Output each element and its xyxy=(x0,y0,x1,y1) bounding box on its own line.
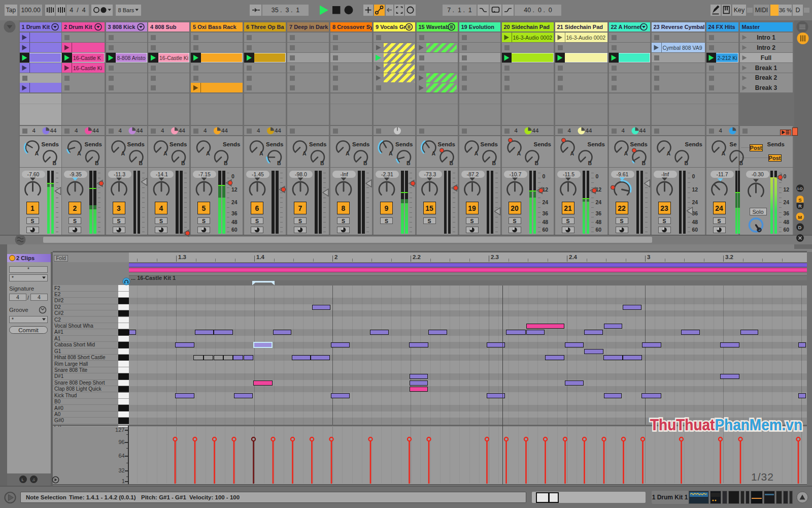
svg-text:B: B xyxy=(363,160,367,166)
svg-text:A: A xyxy=(302,150,307,156)
svg-text:B: B xyxy=(95,160,99,166)
svg-text:ThuThuatPhanMem.vn: ThuThuatPhanMem.vn xyxy=(650,416,802,434)
svg-text:B: B xyxy=(277,160,281,166)
svg-text:B: B xyxy=(53,160,57,166)
svg-text:A: A xyxy=(389,150,393,156)
svg-text:B: B xyxy=(492,160,496,166)
svg-text:M: M xyxy=(798,214,802,220)
svg-text:A: A xyxy=(432,150,436,156)
svg-text:B: B xyxy=(588,160,592,166)
svg-text:A: A xyxy=(163,150,167,156)
svg-text:B: B xyxy=(450,160,454,166)
svg-text:B: B xyxy=(139,160,143,166)
svg-text:A: A xyxy=(475,150,479,156)
svg-text:B: B xyxy=(535,160,539,166)
svg-text:B: B xyxy=(739,160,743,166)
svg-text:B: B xyxy=(407,160,411,166)
svg-text:B: B xyxy=(224,160,228,166)
svg-text:A: A xyxy=(77,150,81,156)
svg-text:A: A xyxy=(722,150,726,156)
svg-text:A: A xyxy=(624,150,628,156)
svg-text:A: A xyxy=(259,150,263,156)
svg-text:♫: ♫ xyxy=(32,477,35,482)
svg-text:B: B xyxy=(642,160,646,166)
svg-text:A: A xyxy=(667,150,671,156)
svg-text:A: A xyxy=(206,150,210,156)
svg-text:A: A xyxy=(346,150,350,156)
svg-text:B: B xyxy=(685,160,689,166)
svg-text:I-O: I-O xyxy=(797,186,803,191)
svg-text:B: B xyxy=(181,160,185,166)
svg-text:R: R xyxy=(798,203,802,209)
svg-text:A: A xyxy=(35,150,39,156)
svg-text:A: A xyxy=(121,150,125,156)
svg-text:A: A xyxy=(570,150,574,156)
svg-text:L: L xyxy=(22,478,24,482)
svg-text:B: B xyxy=(320,160,324,166)
svg-text:A: A xyxy=(517,150,521,156)
svg-text:D: D xyxy=(798,225,802,230)
svg-text:S: S xyxy=(798,197,801,203)
